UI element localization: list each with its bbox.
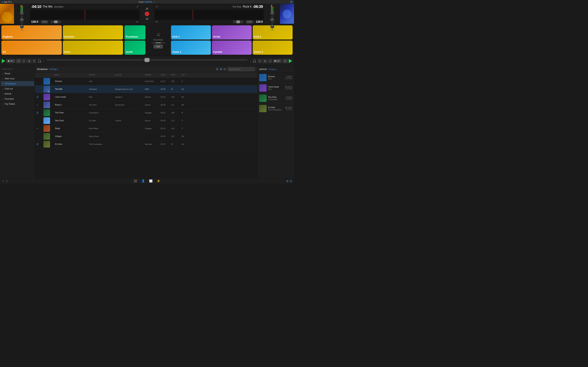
sync-btn-right[interactable]: SYNC [246,20,253,23]
bottom-person-icon[interactable]: 👤 [141,179,145,183]
loop-undo-right[interactable]: ↩ [283,59,288,63]
detroit-icon: ♪ [2,93,3,95]
col-key[interactable]: Key [182,74,192,76]
pad-cymbal[interactable]: Cymbal [212,41,252,55]
edit-button[interactable]: Edit [154,45,163,48]
pad-pushdown[interactable]: Pushdown [124,25,146,40]
queue-info-flow: The Flow Fourtastica [268,96,284,100]
table-row[interactable]: The Mix Jermaine Dangerously In Love R&B… [35,85,257,93]
sidebar-label-favorites: Favorites [5,98,14,100]
rec-button[interactable] [145,12,149,16]
sync-btn-left[interactable]: SYNC [41,20,48,23]
col-album[interactable]: Album [115,74,145,76]
topbar-grid-icon[interactable]: ⊞ [290,0,293,3]
loop-next-right[interactable]: › [269,59,272,63]
table-row[interactable]: ☰ The Flow Fourtastica Reggae 04:21 149 … [35,109,257,117]
sidebar-item-chillout[interactable]: ♪ Chill out [0,86,35,91]
bottom-music-icon[interactable]: ♪ [2,179,3,183]
swap-icon-2[interactable]: ⇄ [146,17,148,21]
knob-volume-left[interactable] [20,11,24,15]
col-artist[interactable]: Artist [89,74,115,76]
loop-prev-right[interactable]: ‹ [258,59,261,63]
loop-prev-left[interactable]: ‹ [22,59,25,63]
pads-center-left: Pushdown Synth [124,25,146,55]
table-row[interactable]: Unique Stacy Rock 03:51 102 Bb [35,133,257,140]
pad-foghorn[interactable]: Foghorn [1,25,62,40]
play-btn-left[interactable] [2,59,5,63]
list-view-icon[interactable]: ⊞ [220,67,222,71]
crossfader-left-arrow[interactable]: ‹ [43,60,44,62]
list-menu-icon[interactable]: ☰ [216,67,218,71]
bottom-eq-icon[interactable]: ⚡ [157,179,160,183]
loop-undo-left[interactable]: ↩ [16,59,21,63]
knob-eq-left-2[interactable] [20,25,24,28]
headphones-right[interactable]: 🎧 [252,59,257,63]
pad-snare2[interactable]: Snare 2 [253,41,293,55]
queue-item-itstime[interactable]: It's time The Fourtastica Gb 03:37 87 BP… [257,103,294,114]
queue-item-groove[interactable]: Groove Joel C 02:47 138 BPM [257,73,294,83]
pad-snare1[interactable]: Snare 1 [171,41,211,55]
queue-info-itstime: It's time The Fourtastica [268,106,284,111]
sidebar-item-afterhour[interactable]: ♪ After-hour [0,76,35,81]
table-row[interactable]: Groove Joel Indie Rock 02:47 138 C [35,77,257,85]
sidebar-item-favorites[interactable]: ♪ Favorites [0,96,35,101]
crossfader-right-arrow[interactable]: › [250,60,251,62]
queue-title: QUEUE [259,68,267,70]
queue-panel: QUEUE 4 Songs ▾ Groove Joel C 02:47 138 … [257,66,294,178]
grid-view-icon[interactable]: ⊟ [224,67,226,71]
queue-item-flow[interactable]: The Flow Fourtastica B 04:21 149 BPM [257,93,294,103]
table-row[interactable]: ✓ Deep Rock Miles Reggae 03:15 124 C [35,125,257,133]
bottom-right-icon-2[interactable]: ⊟ [290,180,292,183]
col-genre[interactable]: Genre [145,74,161,76]
loop-next-left[interactable]: › [33,59,36,63]
deck-right-time: -06:39 [253,4,263,9]
pad-kick1[interactable]: Kick 1 [171,25,211,40]
loop-num-right: 4 [262,59,268,63]
bottom-list-icon[interactable]: ☰ [6,180,8,183]
queue-item-ilm[interactable]: I love music Moe Bb 04:10 129 BPM [257,83,294,93]
track-artist-flow: Fourtastica [89,112,115,114]
queue-title-groove: Groove [268,75,284,78]
sidebar-item-detroit[interactable]: ♪ Detroit [0,91,35,96]
knob-eq-right-1[interactable] [270,18,274,22]
swap-icon[interactable]: ⇄ [146,7,148,11]
table-row[interactable]: ☰ I love music Moe Idealism Electro 04:1… [35,93,257,101]
crossfader-thumb[interactable] [145,58,149,62]
col-time[interactable]: Time [161,74,171,76]
knob-volume-right[interactable] [270,11,274,15]
search-input[interactable] [227,67,255,71]
col-bpm[interactable]: BPM [171,74,182,76]
bottom-share-icon[interactable]: ⬜ [149,179,153,183]
set-btn-right[interactable]: SET [273,59,282,63]
set-btn-left[interactable]: SET [6,59,15,63]
col-name[interactable]: Name [54,74,89,76]
bottom-center-icons: ⬛ 👤 ⬜ ⚡ [134,179,160,183]
fader-left[interactable] [51,20,61,23]
pad-synth[interactable]: Synth [124,41,146,55]
pad-dj[interactable]: DJ [1,41,62,55]
sidebar-item-toprated[interactable]: ♪ Top Rated [0,101,35,106]
vol-label-left: 0dB [20,16,23,17]
table-row[interactable]: Star Dust DJ Starr Classic Dance 04:25 1… [35,117,257,125]
sidebar-item-music[interactable]: ♪ Music [0,71,35,76]
play-btn-right[interactable] [289,59,292,63]
table-row[interactable]: ✓ Rock it The Rise Homework Dance 05:29 … [35,101,257,109]
essentials-music-icon: ♫ [156,32,160,37]
deck-right-pct: 0% [156,21,158,23]
queue-count[interactable]: 4 Songs ▾ [268,68,276,70]
bottom-right-icon-1[interactable]: ⊞ [286,180,288,183]
bottom-bar: ♪ ☰ ⬛ 👤 ⬜ ⚡ ⊞ ⊟ [0,178,294,184]
pad-gunshot[interactable]: Gunshot [63,25,123,40]
fader-right[interactable] [233,20,243,23]
pad-hihat[interactable]: Hi-hat [212,25,252,40]
track-key-themix: Eb [182,88,192,90]
songs-count[interactable]: 9 Songs ▾ [49,68,58,70]
knob-eq-left-1[interactable] [20,18,24,22]
table-row[interactable]: ☰ It's time The Fourtastica Hip Hop 03:3… [35,140,257,148]
headphones-left[interactable]: 🎧 [37,59,42,63]
sidebar-item-breakbeat[interactable]: ♪ Breakbeat [1,81,34,86]
bottom-screen-icon[interactable]: ⬛ [134,179,137,183]
pad-siren[interactable]: Siren [63,41,123,55]
track-key-flow: B [182,112,192,114]
knob-eq-right-2[interactable] [270,25,274,28]
